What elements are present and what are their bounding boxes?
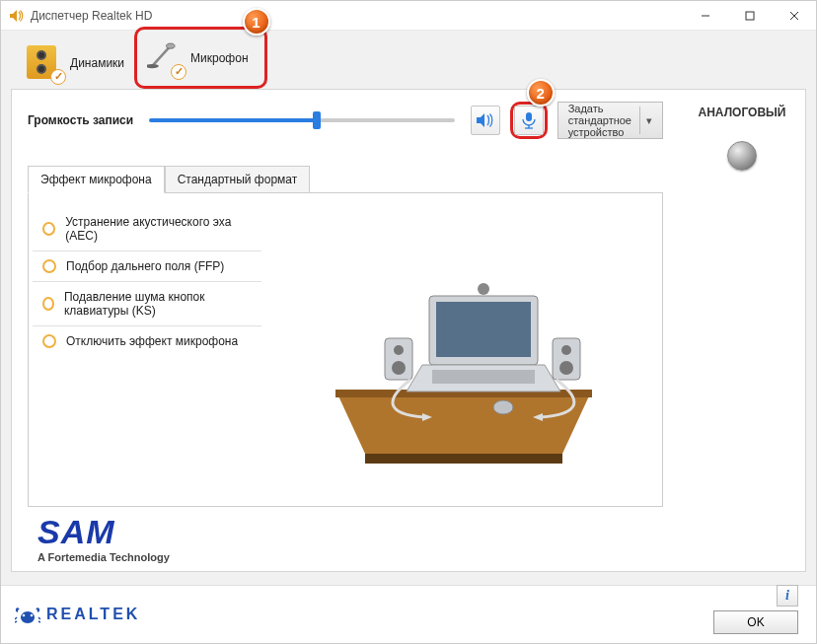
subtab-format[interactable]: Стандартный формат (165, 166, 311, 193)
effect-label: Подавление шума кнопок клавиатуры (KS) (64, 290, 252, 318)
speakers-icon: ✓ (27, 45, 62, 81)
content-panel: Громкость записи 2 (11, 89, 806, 572)
close-button[interactable] (772, 1, 816, 31)
radio-icon (42, 297, 54, 311)
callout-bubble-2: 2 (527, 79, 555, 107)
svg-point-18 (392, 361, 406, 375)
svg-point-4 (167, 43, 176, 48)
effect-ffp[interactable]: Подбор дальнего поля (FFP) (33, 251, 261, 282)
check-icon: ✓ (50, 69, 66, 85)
speaker-waves-icon (476, 111, 495, 129)
main-container: ✓ Динамики 1 ✓ Микрофон (1, 31, 816, 585)
sam-logo-sub: A Fortemedia Technology (37, 551, 663, 563)
microphone-device-icon (519, 111, 539, 129)
svg-rect-1 (746, 12, 754, 20)
svg-marker-11 (365, 454, 562, 464)
jack-port[interactable] (727, 141, 757, 171)
minimize-button[interactable] (683, 1, 727, 31)
realtek-logo-text: REALTEK (46, 606, 140, 623)
recording-volume-label: Громкость записи (28, 113, 133, 127)
svg-point-26 (23, 613, 26, 616)
svg-point-21 (559, 361, 573, 375)
tab-microphone-label: Микрофон (190, 51, 248, 65)
footer: REALTEK i OK (1, 585, 816, 642)
chevron-down-icon: ▾ (639, 107, 658, 134)
effect-ks[interactable]: Подавление шума кнопок клавиатуры (KS) (33, 282, 261, 326)
tab-speakers-label: Динамики (70, 56, 124, 70)
svg-point-22 (478, 283, 489, 295)
realtek-crab-icon (15, 604, 40, 625)
check-icon: ✓ (171, 64, 186, 80)
device-tabs: ✓ Динамики 1 ✓ Микрофон (19, 36, 806, 89)
effect-label: Отключить эффект микрофона (66, 334, 238, 348)
recording-volume-row: Громкость записи 2 (28, 102, 663, 139)
set-default-device-label: Задать стандартное устройство (568, 103, 631, 138)
info-button[interactable]: i (777, 585, 798, 607)
mute-playback-button[interactable] (471, 106, 500, 135)
effect-aec[interactable]: Устранение акустического эха (AEC) (33, 207, 261, 251)
svg-point-23 (493, 400, 513, 414)
effects-list: Устранение акустического эха (AEC) Подбо… (29, 193, 265, 506)
radio-icon (42, 334, 56, 348)
effects-pane: Устранение акустического эха (AEC) Подбо… (28, 192, 663, 507)
svg-point-5 (147, 63, 159, 67)
panel-right: АНАЛОГОВЫЙ (679, 90, 805, 571)
callout-1: 1 ✓ Микрофон (134, 27, 266, 89)
effect-disable[interactable]: Отключить эффект микрофона (33, 326, 261, 356)
analog-label: АНАЛОГОВЫЙ (689, 106, 795, 119)
callout-2: 2 (510, 102, 548, 139)
radio-icon (42, 222, 55, 236)
subtabs: Эффект микрофона Стандартный формат (28, 165, 663, 192)
microphone-icon: ✓ (147, 40, 183, 76)
subtab-effects[interactable]: Эффект микрофона (28, 166, 165, 193)
mute-microphone-button[interactable] (514, 106, 544, 135)
set-default-device-button[interactable]: Задать стандартное устройство ▾ (557, 102, 663, 139)
effect-label: Устранение акустического эха (AEC) (65, 215, 252, 243)
svg-rect-6 (526, 112, 532, 121)
realtek-logo: REALTEK (15, 604, 140, 625)
title-bar: Диспетчер Realtek HD (1, 1, 816, 31)
tab-microphone[interactable]: ✓ Микрофон (139, 32, 261, 84)
ok-button[interactable]: OK (713, 610, 798, 634)
effect-label: Подбор дальнего поля (FFP) (66, 259, 224, 273)
window-title: Диспетчер Realtek HD (31, 9, 152, 23)
sam-logo: SAM A Fortemedia Technology (37, 513, 663, 563)
callout-bubble-1: 1 (243, 8, 270, 36)
svg-marker-9 (335, 390, 592, 454)
svg-point-27 (31, 613, 34, 616)
sam-logo-text: SAM (37, 513, 663, 551)
recording-volume-slider[interactable] (143, 118, 460, 122)
svg-rect-15 (432, 370, 535, 384)
svg-point-20 (561, 345, 571, 355)
tab-speakers[interactable]: ✓ Динамики (19, 36, 138, 89)
maximize-button[interactable] (727, 1, 772, 31)
app-speaker-icon (8, 8, 24, 24)
radio-icon (42, 259, 56, 273)
svg-rect-13 (436, 302, 531, 357)
illustration (265, 193, 662, 506)
panel-left: Громкость записи 2 (12, 90, 679, 571)
svg-point-17 (394, 345, 404, 355)
